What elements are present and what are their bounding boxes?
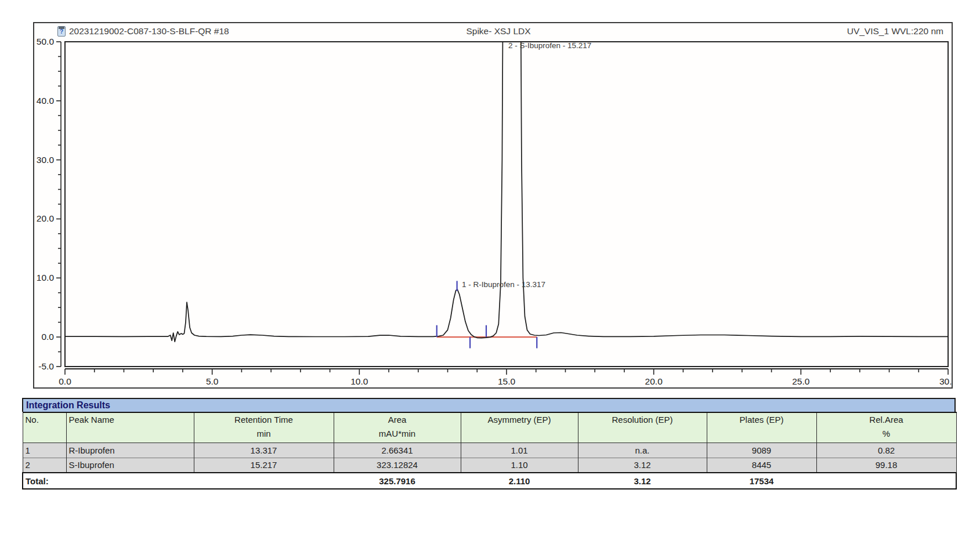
peak-label: 1 - R-Ibuprofen - 13.317	[462, 280, 545, 289]
x-tick-label: 0.0	[59, 376, 71, 386]
x-tick-label: 10.0	[350, 376, 368, 386]
cell-plates-ep: 9089	[707, 443, 816, 458]
x-tick-label: 25.0	[792, 376, 810, 386]
y-tick-label: 10.0	[37, 273, 55, 282]
total-resolution: 3.12	[578, 473, 707, 489]
plot-border	[65, 42, 948, 367]
y-tick-label: 30.0	[37, 155, 55, 165]
signal-trace	[65, 23, 948, 342]
column-unit: mAU*min	[337, 429, 458, 438]
x-tick-label: 5.0	[206, 376, 219, 386]
column-unit: %	[819, 429, 954, 438]
column-header-asymmetry-ep: Asymmetry (EP)	[461, 412, 578, 443]
chromatogram-panel: ? 20231219002-C087-130-S-BLF-QR #18 Spik…	[33, 22, 953, 389]
cell-rel-area: 99.18	[816, 458, 956, 473]
total-asymmetry: 2.110	[461, 473, 578, 489]
cell-retention-time: 13.317	[194, 443, 334, 458]
column-header-resolution-ep: Resolution (EP)	[578, 412, 707, 443]
total-label: Total:	[23, 473, 194, 489]
column-header-peak-name: Peak Name	[66, 412, 194, 443]
table-header-row: No.Peak NameRetention TimeminAreamAU*min…	[23, 412, 956, 443]
channel-label: UV_VIS_1 WVL:220 nm	[847, 26, 943, 37]
x-tick-label: 20.0	[645, 376, 663, 386]
integration-results-section: Integration Results No.Peak NameRetentio…	[22, 398, 956, 490]
y-tick-label: -5.0	[38, 361, 54, 371]
column-header-area: AreamAU*min	[334, 412, 461, 443]
sample-header: ? 20231219002-C087-130-S-BLF-QR #18	[57, 26, 229, 37]
cell-rel-area: 0.82	[816, 443, 956, 458]
cell-resolution-ep: n.a.	[578, 443, 707, 458]
y-tick-label: 20.0	[37, 213, 55, 223]
column-header-plates-ep: Plates (EP)	[707, 412, 816, 443]
cell-peak-name: R-Ibuprofen	[66, 443, 194, 458]
sample-label: 20231219002-C087-130-S-BLF-QR #18	[69, 26, 229, 37]
chart-header: ? 20231219002-C087-130-S-BLF-QR #18 Spik…	[34, 23, 952, 41]
y-tick-label: 40.0	[37, 96, 55, 106]
table-row: 2S-Ibuprofen15.217323.128241.103.1284459…	[23, 458, 956, 473]
total-area: 325.7916	[334, 473, 461, 489]
column-header-retention-time: Retention Timemin	[194, 412, 334, 443]
peak-label: 2 - S-Ibuprofen - 15.217	[508, 41, 591, 50]
cell-no: 1	[23, 443, 66, 458]
total-rel-area	[816, 473, 956, 489]
x-axis: 0.05.010.015.020.025.030.0	[59, 369, 952, 386]
integration-results-table: No.Peak NameRetention TimeminAreamAU*min…	[22, 412, 957, 490]
cell-asymmetry-ep: 1.10	[461, 458, 578, 473]
cell-plates-ep: 8445	[707, 458, 816, 473]
cell-peak-name: S-Ibuprofen	[66, 458, 194, 473]
cell-retention-time: 15.217	[194, 458, 334, 473]
table-row: 1R-Ibuprofen13.3172.663411.01n.a.90890.8…	[23, 443, 956, 458]
cell-area: 323.12824	[334, 458, 461, 473]
y-tick-label: 0.0	[41, 332, 54, 342]
chromatogram-plot: 50.040.030.020.010.00.0-5.00.05.010.015.…	[34, 23, 952, 387]
y-axis: 50.040.030.020.010.00.0-5.0	[37, 37, 61, 371]
cell-asymmetry-ep: 1.01	[461, 443, 578, 458]
x-tick-label: 30.0	[939, 376, 952, 386]
sample-vial-icon: ?	[57, 26, 66, 37]
cell-area: 2.66341	[334, 443, 461, 458]
cell-resolution-ep: 3.12	[578, 458, 707, 473]
total-retention-time	[194, 473, 334, 489]
column-header-rel-area: Rel.Area%	[816, 412, 956, 443]
column-unit: min	[197, 429, 331, 438]
chromatogram-report-page: ? 20231219002-C087-130-S-BLF-QR #18 Spik…	[0, 0, 980, 533]
cell-no: 2	[23, 458, 66, 473]
column-header-no: No.	[23, 412, 66, 443]
injection-title: Spike- XSJ LDX	[394, 26, 603, 37]
total-row: Total:325.79162.1103.1217534	[23, 473, 956, 489]
total-plates: 17534	[707, 473, 816, 489]
x-tick-label: 15.0	[498, 376, 516, 386]
table-title: Integration Results	[22, 398, 956, 412]
